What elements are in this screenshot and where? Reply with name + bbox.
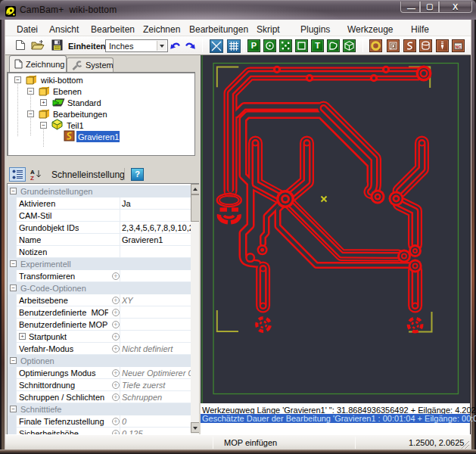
svg-text:Z: Z	[30, 175, 34, 180]
svg-text:NC: NC	[456, 45, 462, 49]
